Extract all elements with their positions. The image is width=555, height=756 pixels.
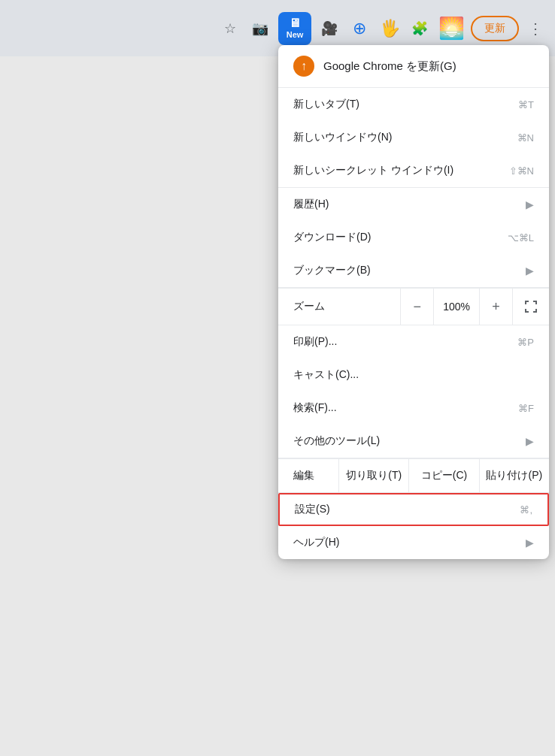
add-icon[interactable]: ⊕ — [347, 17, 372, 41]
profile-avatar[interactable]: 🌅 — [438, 15, 465, 42]
more-tools-item[interactable]: その他のツール(L) ▶ — [278, 425, 549, 458]
star-icon[interactable]: ☆ — [218, 17, 242, 41]
menu-group-tools: 印刷(P)... ⌘P キャスト(C)... 検索(F)... ⌘F その他のツ… — [278, 325, 549, 458]
cast-new-icon[interactable]: 🖥 New — [278, 12, 311, 45]
downloads-item[interactable]: ダウンロード(D) ⌥⌘L — [278, 221, 549, 254]
update-button[interactable]: 更新 — [471, 16, 519, 41]
update-icon: ↑ — [293, 56, 314, 77]
find-item[interactable]: 検索(F)... ⌘F — [278, 392, 549, 425]
new-window-item[interactable]: 新しいウインドウ(N) ⌘N — [278, 121, 549, 154]
new-incognito-item[interactable]: 新しいシークレット ウインドウ(I) ⇧⌘N — [278, 154, 549, 187]
stop-icon[interactable]: 🖐 — [378, 17, 402, 41]
settings-item[interactable]: 設定(S) ⌘, — [278, 493, 549, 526]
zoom-plus-button[interactable]: + — [480, 289, 513, 325]
zoom-minus-button[interactable]: − — [401, 289, 434, 325]
print-item[interactable]: 印刷(P)... ⌘P — [278, 325, 549, 358]
cast-icon-symbol: 🖥 — [289, 17, 301, 29]
video-icon[interactable]: 🎥 — [317, 17, 341, 41]
svg-rect-3 — [535, 301, 537, 304]
chrome-menu-dropdown: ↑ Google Chrome を更新(G) 新しいタブ(T) ⌘T 新しいウイ… — [278, 45, 549, 559]
help-item[interactable]: ヘルプ(H) ▶ — [278, 526, 549, 559]
new-badge-label: New — [287, 31, 304, 39]
history-item[interactable]: 履歴(H) ▶ — [278, 188, 549, 221]
svg-rect-5 — [525, 309, 526, 313]
more-menu-button[interactable]: ⋮ — [525, 17, 546, 41]
update-chrome-item[interactable]: ↑ Google Chrome を更新(G) — [278, 45, 549, 88]
cast-item[interactable]: キャスト(C)... — [278, 358, 549, 392]
zoom-level: 100% — [434, 289, 480, 325]
extensions-icon[interactable]: 🧩 — [408, 17, 432, 41]
menu-group-tabs: 新しいタブ(T) ⌘T 新しいウインドウ(N) ⌘N 新しいシークレット ウイン… — [278, 88, 549, 188]
menu-group-settings: 設定(S) ⌘, ヘルプ(H) ▶ — [278, 493, 549, 559]
bookmarks-item[interactable]: ブックマーク(B) ▶ — [278, 254, 549, 287]
cut-button[interactable]: 切り取り(T) — [338, 459, 408, 492]
update-chrome-label: Google Chrome を更新(G) — [323, 59, 456, 74]
svg-rect-7 — [535, 309, 537, 313]
new-tab-item[interactable]: 新しいタブ(T) ⌘T — [278, 88, 549, 121]
zoom-controls: − 100% + — [400, 289, 549, 325]
camera-icon[interactable]: 📷 — [248, 17, 272, 41]
copy-button[interactable]: コピー(C) — [408, 459, 478, 492]
paste-button[interactable]: 貼り付け(P) — [479, 459, 549, 492]
svg-rect-1 — [525, 301, 526, 304]
edit-row: 編集 切り取り(T) コピー(C) 貼り付け(P) — [278, 458, 549, 493]
menu-group-history: 履歴(H) ▶ ダウンロード(D) ⌥⌘L ブックマーク(B) ▶ — [278, 188, 549, 288]
zoom-row: ズーム − 100% + — [278, 288, 549, 325]
fullscreen-button[interactable] — [513, 289, 549, 325]
